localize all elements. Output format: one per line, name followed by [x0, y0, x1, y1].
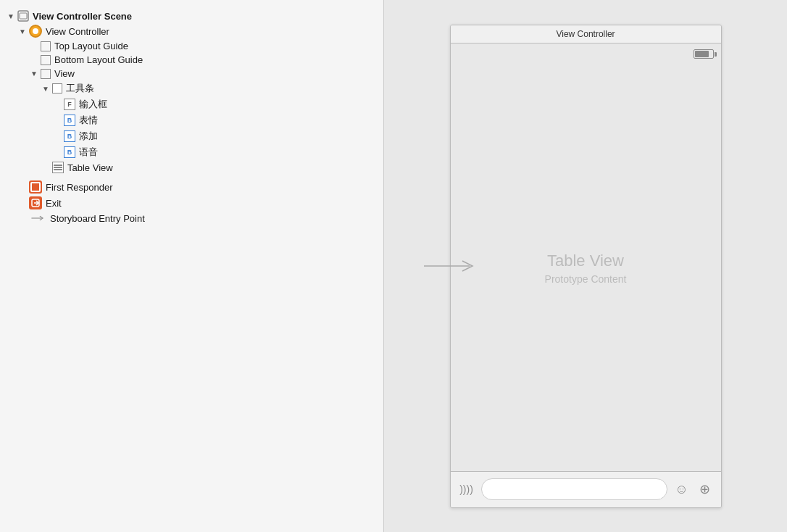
toolbar-icon [52, 83, 62, 93]
toolbar-arrow [41, 83, 51, 93]
storyboard-entry-label: Storyboard Entry Point [50, 213, 145, 224]
tree-item-first-responder[interactable]: First Responder [0, 179, 383, 195]
vc-icon [29, 25, 42, 38]
scene-icon [17, 10, 29, 22]
scene-header[interactable]: View Controller Scene [0, 9, 383, 23]
left-panel: View Controller Scene View Controller To… [0, 0, 384, 532]
bottom-layout-guide-icon [41, 55, 51, 65]
vc-content: Table View Prototype Content [451, 65, 721, 471]
storyboard-entry-icon [29, 212, 46, 224]
tree-item-storyboard-entry[interactable]: Storyboard Entry Point [0, 211, 383, 225]
battery-icon [694, 49, 714, 59]
textfield-icon: F [64, 99, 75, 110]
bottom-layout-guide-label: Bottom Layout Guide [54, 54, 143, 65]
prototype-content-label: Prototype Content [545, 273, 627, 285]
tree-item-btn-voice[interactable]: B 语音 [0, 144, 383, 160]
vc-title-bar: View Controller [451, 25, 721, 43]
scene-label: View Controller Scene [33, 11, 132, 22]
view-icon [41, 69, 51, 79]
tree-item-toolbar[interactable]: 工具条 [0, 80, 383, 96]
toolbar-label: 工具条 [66, 82, 94, 95]
tree-item-exit[interactable]: Exit [0, 195, 383, 211]
first-responder-label: First Responder [46, 182, 112, 193]
status-bar [451, 43, 721, 65]
vc-label: View Controller [46, 26, 109, 37]
btn-voice-icon: B [64, 146, 75, 158]
vc-frame-title: View Controller [556, 29, 615, 39]
tree-item-vc[interactable]: View Controller [0, 23, 383, 39]
tree-item-top-layout[interactable]: Top Layout Guide [0, 39, 383, 53]
exit-icon [29, 196, 42, 209]
btn-emoji-label: 表情 [79, 114, 98, 127]
top-layout-guide-label: Top Layout Guide [54, 41, 128, 51]
tableview-label: Table View [67, 162, 113, 173]
btn-emoji-icon: B [64, 115, 75, 126]
textfield-label: 输入框 [79, 98, 107, 111]
arrow-connector [420, 255, 478, 277]
tree-item-btn-emoji[interactable]: B 表情 [0, 112, 383, 128]
emoji-icon: ☺ [673, 482, 691, 497]
view-arrow [29, 69, 39, 79]
segue-arrow-svg [420, 255, 478, 277]
vc-arrow [17, 26, 28, 36]
view-label: View [54, 68, 75, 79]
vc-bottom-toolbar: )))) ☺ ⊕ [451, 471, 721, 507]
exit-label: Exit [46, 198, 62, 209]
tree-item-view[interactable]: View [0, 67, 383, 80]
btn-add-label: 添加 [79, 130, 98, 143]
table-view-placeholder-label: Table View [547, 252, 624, 270]
right-panel: View Controller Table View Prototype Con… [384, 0, 787, 532]
vc-frame: View Controller Table View Prototype Con… [450, 25, 722, 508]
btn-add-icon: B [64, 130, 75, 142]
tableview-icon [52, 162, 64, 173]
first-responder-icon [29, 180, 42, 194]
btn-voice-label: 语音 [79, 146, 98, 159]
tree-item-tableview[interactable]: Table View [0, 160, 383, 175]
bottom-input-field [481, 478, 667, 500]
tree-item-btn-add[interactable]: B 添加 [0, 128, 383, 144]
tree-item-bottom-layout[interactable]: Bottom Layout Guide [0, 53, 383, 67]
add-circle-icon: ⊕ [696, 481, 714, 497]
svg-rect-1 [20, 13, 27, 19]
tree-item-textfield[interactable]: F 输入框 [0, 96, 383, 112]
scene-arrow [6, 11, 16, 21]
top-layout-guide-icon [41, 41, 51, 51]
sound-icon: )))) [458, 483, 475, 495]
